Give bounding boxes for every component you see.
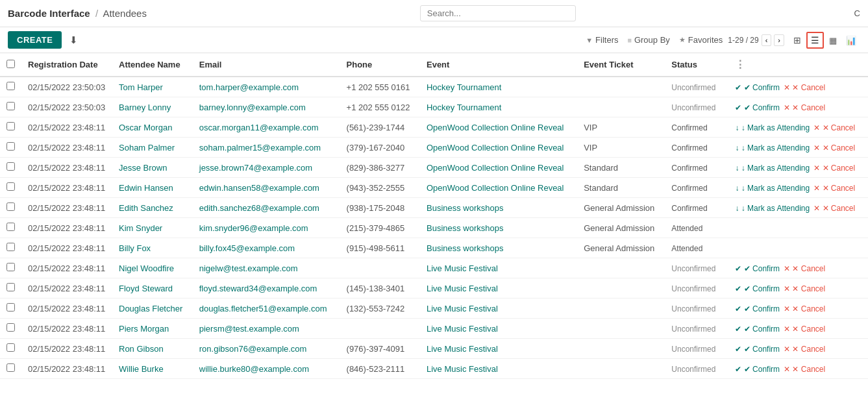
confirm-button[interactable]: ✔ Confirm: [735, 365, 780, 374]
row-email[interactable]: douglas.fletcher51@example.com: [193, 299, 340, 319]
row-event[interactable]: Live Music Festival: [420, 258, 577, 278]
cancel-button[interactable]: ✕ Cancel: [813, 164, 855, 173]
calendar-view-button[interactable]: ▦: [825, 32, 841, 48]
row-attendee-name[interactable]: Willie Burke: [112, 359, 193, 379]
row-checkbox[interactable]: [6, 122, 15, 130]
cancel-button[interactable]: ✕ Cancel: [784, 284, 825, 293]
confirm-button[interactable]: ✔ Confirm: [735, 284, 780, 293]
cancel-button[interactable]: ✕ Cancel: [784, 304, 825, 313]
row-event[interactable]: Hockey Tournament: [420, 77, 577, 97]
row-checkbox[interactable]: [6, 182, 15, 191]
row-checkbox[interactable]: [6, 202, 15, 211]
select-all-checkbox[interactable]: [6, 60, 15, 68]
row-attendee-name[interactable]: Douglas Fletcher: [112, 299, 193, 319]
confirm-button[interactable]: ✔ Confirm: [735, 83, 780, 92]
cancel-button[interactable]: ✕ Cancel: [784, 103, 825, 112]
row-checkbox[interactable]: [6, 283, 15, 291]
row-event[interactable]: Live Music Festival: [420, 299, 577, 319]
cancel-button[interactable]: ✕ Cancel: [813, 123, 855, 132]
cancel-button[interactable]: ✕ Cancel: [813, 204, 855, 213]
groupby-button[interactable]: ≡ Group By: [627, 35, 669, 45]
row-event[interactable]: Live Music Festival: [420, 319, 577, 339]
row-attendee-name[interactable]: Edwin Hansen: [112, 178, 193, 198]
help-icon[interactable]: C: [854, 8, 860, 18]
prev-page-button[interactable]: ‹: [762, 34, 772, 46]
confirm-button[interactable]: ✔ Confirm: [735, 345, 780, 354]
confirm-button[interactable]: ✔ Confirm: [735, 264, 780, 273]
row-email[interactable]: edwin.hansen58@example.com: [193, 178, 340, 198]
mark-attending-button[interactable]: ↓ Mark as Attending: [735, 184, 810, 193]
row-event[interactable]: Live Music Festival: [420, 278, 577, 299]
row-attendee-name[interactable]: Kim Snyder: [112, 218, 193, 238]
cancel-button[interactable]: ✕ Cancel: [784, 365, 825, 374]
row-attendee-name[interactable]: Soham Palmer: [112, 138, 193, 158]
row-email[interactable]: piersm@test.example.com: [193, 319, 340, 339]
row-checkbox[interactable]: [6, 223, 15, 231]
download-button[interactable]: ⬇: [67, 32, 81, 49]
row-attendee-name[interactable]: Billy Fox: [112, 238, 193, 258]
cancel-button[interactable]: ✕ Cancel: [784, 324, 825, 334]
row-event[interactable]: Hockey Tournament: [420, 97, 577, 117]
row-event[interactable]: OpenWood Collection Online Reveal: [420, 178, 577, 198]
row-checkbox[interactable]: [6, 243, 15, 251]
row-attendee-name[interactable]: Edith Sanchez: [112, 198, 193, 218]
favorites-button[interactable]: ★ Favorites: [679, 35, 723, 45]
confirm-button[interactable]: ✔ Confirm: [735, 103, 780, 112]
row-checkbox[interactable]: [6, 142, 15, 151]
mark-attending-button[interactable]: ↓ Mark as Attending: [735, 204, 810, 213]
row-checkbox[interactable]: [6, 363, 15, 372]
confirm-button[interactable]: ✔ Confirm: [735, 324, 780, 334]
row-event[interactable]: Business workshops: [420, 238, 577, 258]
row-attendee-name[interactable]: Barney Lonny: [112, 97, 193, 117]
row-event[interactable]: Live Music Festival: [420, 359, 577, 379]
row-attendee-name[interactable]: Floyd Steward: [112, 278, 193, 299]
row-email[interactable]: ron.gibson76@example.com: [193, 339, 340, 359]
row-checkbox[interactable]: [6, 102, 15, 110]
row-event[interactable]: Business workshops: [420, 218, 577, 238]
row-checkbox[interactable]: [6, 82, 15, 90]
row-event[interactable]: OpenWood Collection Online Reveal: [420, 138, 577, 158]
row-attendee-name[interactable]: Tom Harper: [112, 77, 193, 97]
row-email[interactable]: edith.sanchez68@example.com: [193, 198, 340, 218]
row-attendee-name[interactable]: Piers Morgan: [112, 319, 193, 339]
cancel-button[interactable]: ✕ Cancel: [784, 83, 825, 92]
chart-view-button[interactable]: 📊: [842, 32, 860, 48]
row-checkbox[interactable]: [6, 343, 15, 352]
row-email[interactable]: oscar.morgan11@example.com: [193, 117, 340, 138]
row-email[interactable]: floyd.steward34@example.com: [193, 278, 340, 299]
confirm-button[interactable]: ✔ Confirm: [735, 304, 780, 313]
row-email[interactable]: jesse.brown74@example.com: [193, 158, 340, 178]
row-email[interactable]: nigelw@test.example.com: [193, 258, 340, 278]
mark-attending-button[interactable]: ↓ Mark as Attending: [735, 123, 810, 132]
row-email[interactable]: kim.snyder96@example.com: [193, 218, 340, 238]
row-checkbox[interactable]: [6, 162, 15, 171]
column-options-icon[interactable]: ⋮: [731, 59, 749, 70]
row-checkbox[interactable]: [6, 303, 15, 312]
row-email[interactable]: tom.harper@example.com: [193, 77, 340, 97]
row-event[interactable]: Business workshops: [420, 198, 577, 218]
filters-button[interactable]: ▼ Filters: [586, 35, 618, 45]
row-event[interactable]: Live Music Festival: [420, 339, 577, 359]
cancel-button[interactable]: ✕ Cancel: [784, 264, 825, 273]
search-input[interactable]: [420, 5, 576, 21]
row-event[interactable]: OpenWood Collection Online Reveal: [420, 158, 577, 178]
row-attendee-name[interactable]: Oscar Morgan: [112, 117, 193, 138]
create-button[interactable]: CREATE: [8, 31, 62, 49]
cancel-button[interactable]: ✕ Cancel: [784, 345, 825, 354]
row-attendee-name[interactable]: Jesse Brown: [112, 158, 193, 178]
row-event[interactable]: OpenWood Collection Online Reveal: [420, 117, 577, 138]
cancel-button[interactable]: ✕ Cancel: [813, 143, 855, 153]
row-email[interactable]: soham.palmer15@example.com: [193, 138, 340, 158]
mark-attending-button[interactable]: ↓ Mark as Attending: [735, 164, 810, 173]
mark-attending-button[interactable]: ↓ Mark as Attending: [735, 143, 810, 153]
row-attendee-name[interactable]: Nigel Woodfire: [112, 258, 193, 278]
row-checkbox[interactable]: [6, 323, 15, 332]
row-attendee-name[interactable]: Ron Gibson: [112, 339, 193, 359]
next-page-button[interactable]: ›: [774, 34, 784, 46]
row-email[interactable]: billy.fox45@example.com: [193, 238, 340, 258]
row-checkbox[interactable]: [6, 263, 15, 271]
cancel-button[interactable]: ✕ Cancel: [813, 184, 855, 193]
row-email[interactable]: barney.lonny@example.com: [193, 97, 340, 117]
list-view-button[interactable]: ☰: [806, 32, 824, 49]
grid-view-button[interactable]: ⊞: [789, 32, 805, 48]
